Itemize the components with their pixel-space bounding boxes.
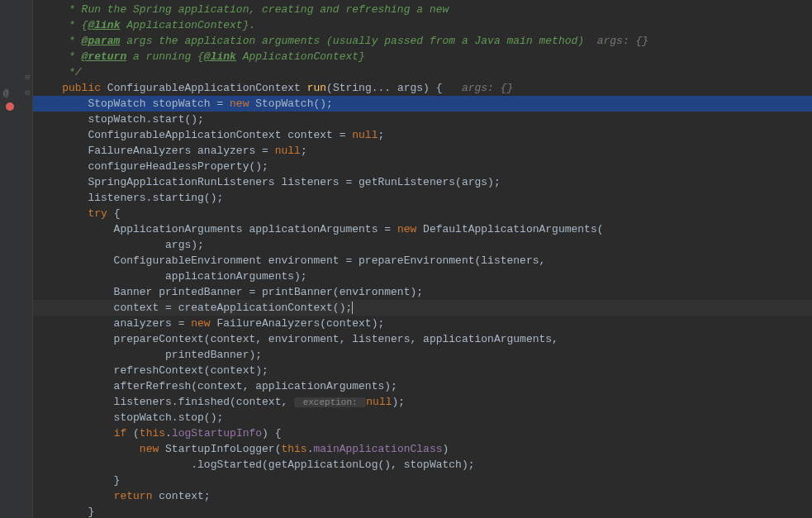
code-line[interactable]: .logStarted(getApplicationLog(), stopWat…	[33, 457, 812, 473]
code-line[interactable]: ConfigurableEnvironment environment = pr…	[33, 253, 812, 269]
code-line[interactable]: listeners.finished(context, exception: n…	[33, 394, 812, 410]
code-line[interactable]: * {@link ApplicationContext}.	[33, 17, 812, 33]
code-line[interactable]: ApplicationArguments applicationArgument…	[33, 221, 812, 237]
override-icon[interactable]: @	[3, 86, 9, 102]
code-line[interactable]: Banner printedBanner = printBanner(envir…	[33, 284, 812, 300]
code-line[interactable]: return context;	[33, 488, 812, 504]
code-line[interactable]: * Run the Spring application, creating a…	[33, 2, 812, 17]
code-line[interactable]: applicationArguments);	[33, 269, 812, 284]
code-line[interactable]: */	[33, 64, 812, 80]
code-line[interactable]: prepareContext(context, environment, lis…	[33, 331, 812, 347]
code-line[interactable]: public ConfigurableApplicationContext ru…	[33, 80, 812, 96]
breakpoint-icon[interactable]	[5, 102, 15, 117]
code-line[interactable]: }	[33, 473, 812, 488]
code-line[interactable]: try {	[33, 206, 812, 221]
code-line[interactable]: printedBanner);	[33, 347, 812, 363]
code-line[interactable]: listeners.starting();	[33, 190, 812, 206]
code-line[interactable]: SpringApplicationRunListeners listeners …	[33, 174, 812, 190]
code-line[interactable]: FailureAnalyzers analyzers = null;	[33, 143, 812, 159]
code-line[interactable]: configureHeadlessProperty();	[33, 159, 812, 174]
code-line[interactable]: stopWatch.stop();	[33, 410, 812, 425]
code-line[interactable]: }	[33, 504, 812, 518]
code-line[interactable]: analyzers = new FailureAnalyzers(context…	[33, 316, 812, 331]
code-line[interactable]: new StartupInfoLogger(this.mainApplicati…	[33, 441, 812, 457]
text-cursor	[352, 302, 353, 314]
code-line-highlighted[interactable]: StopWatch stopWatch = new StopWatch();	[33, 96, 812, 112]
code-line[interactable]: ConfigurableApplicationContext context =…	[33, 127, 812, 143]
code-area[interactable]: * Run the Spring application, creating a…	[33, 0, 812, 518]
code-line[interactable]: afterRefresh(context, applicationArgumen…	[33, 378, 812, 394]
fold-icon[interactable]: ⊟	[26, 70, 30, 86]
svg-point-0	[6, 102, 14, 111]
code-editor[interactable]: @ ⊟ ⊟ * Run the Spring application, crea…	[0, 0, 812, 518]
param-hint: exception:	[294, 397, 366, 407]
code-line[interactable]: * @return a running {@link ApplicationCo…	[33, 49, 812, 64]
code-line[interactable]: if (this.logStartupInfo) {	[33, 425, 812, 441]
code-line[interactable]: refreshContext(context);	[33, 363, 812, 378]
code-line-cursor[interactable]: context = createApplicationContext();	[33, 300, 812, 316]
fold-icon[interactable]: ⊟	[26, 86, 30, 102]
code-line[interactable]: stopWatch.start();	[33, 112, 812, 127]
code-line[interactable]: * @param args the application arguments …	[33, 33, 812, 49]
gutter[interactable]: @ ⊟ ⊟	[0, 0, 33, 518]
code-line[interactable]: args);	[33, 237, 812, 253]
